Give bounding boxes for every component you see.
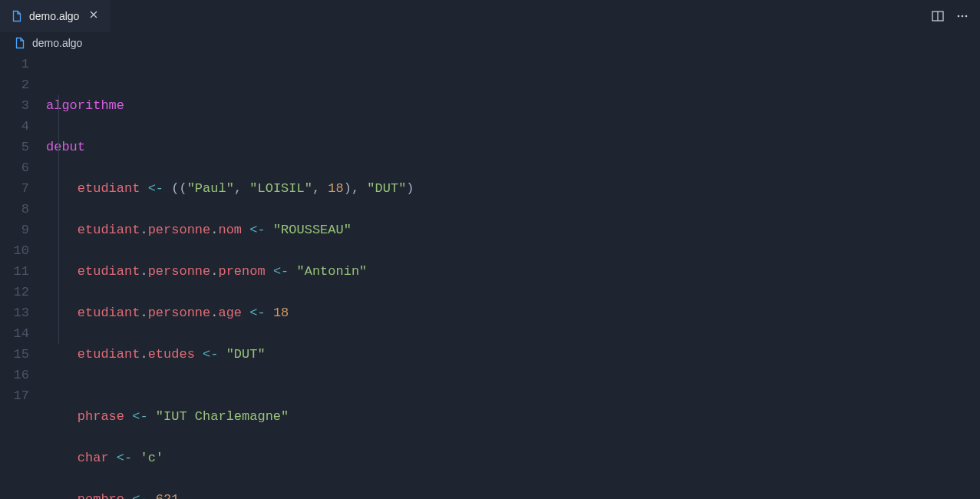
tabs-container: demo.algo [0,0,110,32]
code-content[interactable]: algorithme debut etudiant <- (("Paul", "… [46,54,414,499]
file-icon [14,37,26,49]
line-number: 9 [9,220,29,240]
string: "LOISIL" [249,181,312,196]
line-number: 13 [9,302,29,323]
operator: <- [132,409,147,424]
operator: <- [273,264,289,279]
line-number: 3 [9,95,29,116]
line-number: 11 [9,261,29,282]
string: "ROUSSEAU" [273,223,351,237]
line-number: 1 [9,54,29,74]
punct: . [210,306,218,320]
line-number: 2 [9,74,29,95]
property: prenom [218,264,265,279]
line-number: 5 [9,137,29,157]
editor-actions [931,9,980,23]
svg-point-4 [965,15,968,18]
identifier: etudiant [78,264,140,279]
punct: . [140,223,147,237]
identifier: etudiant [78,181,140,196]
identifier: nombre [78,492,124,499]
string: "DUT" [367,181,406,196]
property: personne [148,223,211,237]
file-icon [11,10,23,22]
operator: <- [249,306,265,320]
punct: . [210,223,218,237]
string: "DUT" [226,347,266,362]
tab-filename: demo.algo [29,10,79,22]
operator: <- [117,451,132,465]
punct: ) [406,181,414,196]
line-number: 7 [9,178,29,199]
property: personne [148,306,211,320]
punct: (( [171,181,186,196]
line-number: 4 [9,116,29,137]
string: "Antonin" [297,264,368,279]
punct: . [140,264,147,279]
punct: , [312,181,328,196]
operator: <- [132,492,147,499]
tab-bar: demo.algo [0,0,980,32]
svg-point-2 [958,15,960,18]
split-editor-icon[interactable] [931,9,945,23]
punct: . [140,306,147,320]
identifier: etudiant [78,223,140,237]
code-editor[interactable]: 1 2 3 4 5 6 7 8 9 10 11 12 13 14 15 16 1… [0,54,980,499]
property: nom [218,223,242,237]
punct: . [210,264,218,279]
string: 'c' [140,451,163,465]
number: 18 [273,306,289,320]
close-icon[interactable] [88,9,99,23]
svg-point-3 [962,15,964,18]
editor-tab[interactable]: demo.algo [0,0,110,32]
string: "IUT Charlemagne" [156,409,289,424]
operator: <- [249,223,265,237]
line-number: 6 [9,157,29,178]
number: 18 [328,181,343,196]
line-number: 16 [9,365,29,385]
punct: ) [344,181,351,196]
line-number: 15 [9,344,29,365]
more-actions-icon[interactable] [955,9,969,23]
property: age [218,306,242,320]
punct: , [234,181,249,196]
line-number: 8 [9,199,29,220]
operator: <- [203,347,218,362]
identifier: etudiant [78,306,140,320]
line-number: 12 [9,282,29,302]
operator: <- [148,181,163,196]
punct: , [351,181,367,196]
property: etudes [148,347,195,362]
identifier: phrase [78,409,124,424]
number: 621 [156,492,180,499]
line-number: 14 [9,323,29,344]
breadcrumb-filename: demo.algo [32,37,82,49]
line-number: 17 [9,385,29,406]
identifier: char [78,451,109,465]
line-number: 10 [9,240,29,261]
punct: . [140,347,147,362]
indent-guide [58,95,59,344]
breadcrumb[interactable]: demo.algo [0,32,980,54]
line-number-gutter: 1 2 3 4 5 6 7 8 9 10 11 12 13 14 15 16 1… [0,54,46,499]
property: personne [148,264,211,279]
string: "Paul" [187,181,234,196]
identifier: etudiant [78,347,140,362]
keyword: debut [46,140,85,154]
